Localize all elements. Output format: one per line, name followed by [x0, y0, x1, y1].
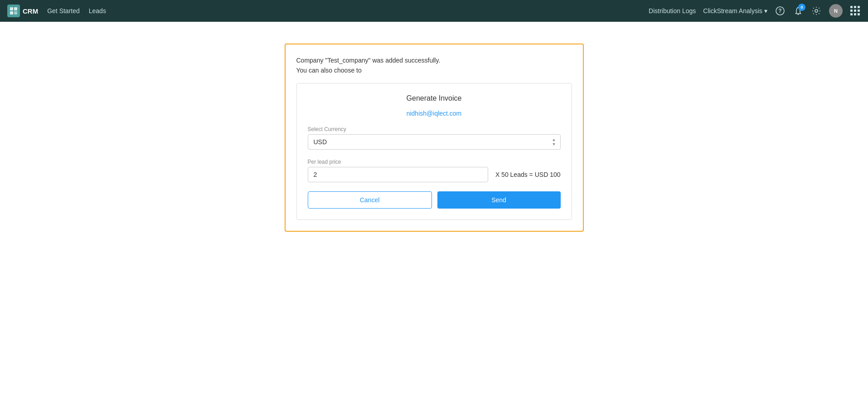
settings-icon[interactable]	[811, 5, 822, 16]
clickstream-label: ClickStream Analysis	[703, 7, 762, 15]
nav-distribution-logs[interactable]: Distribution Logs	[649, 7, 696, 15]
per-lead-group: Per lead price X 50 Leads = USD 100	[308, 159, 561, 182]
cancel-button[interactable]: Cancel	[308, 191, 432, 209]
invoice-email[interactable]: nidhish@iqlect.com	[308, 110, 561, 117]
svg-rect-2	[10, 11, 13, 15]
button-row: Cancel Send	[308, 191, 561, 209]
success-line2: You can also choose to	[296, 65, 572, 75]
nav-leads[interactable]: Leads	[89, 7, 106, 15]
success-line1: Company "Test_company" was added success…	[296, 55, 572, 65]
notification-badge: 0	[798, 4, 805, 11]
svg-rect-3	[14, 11, 17, 15]
svg-point-7	[815, 10, 818, 12]
invoice-title: Generate Invoice	[308, 94, 561, 102]
per-lead-calculation: X 50 Leads = USD 100	[495, 171, 561, 178]
brand[interactable]: CRM	[7, 5, 38, 17]
avatar[interactable]: N	[829, 4, 843, 18]
currency-label: Select Currency	[308, 126, 561, 132]
brand-icon	[7, 5, 20, 17]
send-button[interactable]: Send	[437, 191, 561, 209]
nav-clickstream[interactable]: ClickStream Analysis ▾	[703, 7, 767, 15]
per-lead-row: X 50 Leads = USD 100	[308, 167, 561, 182]
currency-select-wrapper: USD EUR GBP INR ▲ ▼	[308, 134, 561, 150]
svg-point-6	[798, 14, 799, 15]
success-message: Company "Test_company" was added success…	[296, 55, 572, 76]
navbar: CRM Get Started Leads Distribution Logs …	[0, 0, 868, 22]
brand-label: CRM	[23, 7, 38, 15]
help-icon[interactable]: ?	[775, 5, 786, 16]
currency-select[interactable]: USD EUR GBP INR	[308, 134, 561, 150]
per-lead-label: Per lead price	[308, 159, 561, 165]
app-grid-icon[interactable]	[850, 5, 861, 16]
per-lead-input[interactable]	[308, 167, 488, 182]
svg-text:?: ?	[778, 8, 781, 14]
notification-wrapper[interactable]: 0	[793, 5, 804, 16]
main-content: Company "Test_company" was added success…	[0, 22, 868, 414]
per-lead-input-wrapper	[308, 167, 488, 182]
svg-rect-1	[14, 7, 17, 10]
dialog-area: Company "Test_company" was added success…	[0, 22, 868, 253]
clickstream-chevron-icon: ▾	[764, 7, 767, 15]
svg-rect-0	[10, 7, 13, 10]
currency-group: Select Currency USD EUR GBP INR ▲ ▼	[308, 126, 561, 150]
invoice-card: Generate Invoice nidhish@iqlect.com Sele…	[296, 83, 572, 220]
nav-get-started[interactable]: Get Started	[47, 7, 80, 15]
outer-card: Company "Test_company" was added success…	[285, 44, 584, 232]
navbar-right: Distribution Logs ClickStream Analysis ▾…	[649, 4, 861, 18]
